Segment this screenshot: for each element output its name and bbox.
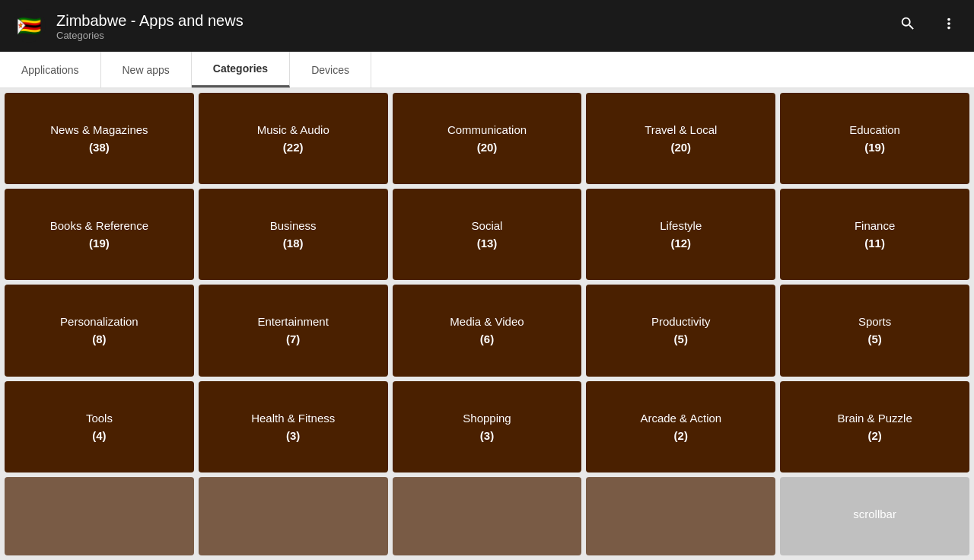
tab-devices[interactable]: Devices — [290, 52, 371, 88]
category-name: Sports — [858, 315, 891, 328]
category-count: (2) — [674, 429, 688, 442]
category-count: (20) — [477, 141, 498, 154]
nav-tabs: Applications New apps Categories Devices — [0, 52, 974, 88]
category-count: (22) — [283, 141, 304, 154]
category-name: Social — [472, 219, 503, 232]
category-count: (6) — [480, 332, 494, 345]
logo-icon: 🇿🇼 — [12, 9, 46, 43]
category-card[interactable]: Education(19) — [780, 93, 969, 184]
category-count: (38) — [89, 141, 110, 154]
categories-grid: News & Magazines(38)Music & Audio(22)Com… — [0, 88, 974, 560]
category-count: (11) — [864, 237, 885, 250]
app-title: Zimbabwe - Apps and news — [56, 11, 244, 30]
category-count: (8) — [92, 332, 106, 345]
tab-new-apps[interactable]: New apps — [101, 52, 192, 88]
category-card[interactable]: Books & Reference(19) — [5, 189, 194, 280]
header-left: 🇿🇼 Zimbabwe - Apps and news Categories — [12, 9, 244, 43]
category-name: Personalization — [60, 315, 138, 328]
category-card[interactable]: Lifestyle(12) — [586, 189, 775, 280]
app-subtitle: Categories — [56, 30, 244, 41]
category-name: Shopping — [463, 412, 511, 425]
category-count: (7) — [286, 332, 300, 345]
category-card[interactable]: Communication(20) — [393, 93, 582, 184]
category-card[interactable]: Music & Audio(22) — [199, 93, 388, 184]
category-name: Brain & Puzzle — [837, 412, 912, 425]
category-card[interactable] — [5, 477, 194, 555]
search-icon[interactable] — [895, 11, 921, 41]
category-card[interactable]: Personalization(8) — [5, 285, 194, 376]
category-count: (18) — [283, 237, 304, 250]
category-card[interactable]: Brain & Puzzle(2) — [780, 381, 969, 473]
tab-applications[interactable]: Applications — [0, 52, 101, 88]
more-options-icon[interactable] — [936, 11, 962, 41]
category-count: (13) — [477, 237, 498, 250]
category-name: Productivity — [651, 315, 711, 328]
category-card[interactable]: News & Magazines(38) — [5, 93, 194, 184]
category-count: (3) — [480, 429, 494, 442]
category-name: Lifestyle — [660, 219, 702, 232]
category-name: Travel & Local — [645, 123, 717, 136]
category-card[interactable]: Arcade & Action(2) — [586, 381, 775, 473]
category-card[interactable]: Health & Fitness(3) — [199, 381, 388, 473]
category-count: (5) — [674, 332, 688, 345]
category-card[interactable]: Tools(4) — [5, 381, 194, 473]
category-card[interactable]: Social(13) — [393, 189, 582, 280]
category-name: Entertainment — [258, 315, 329, 328]
category-card[interactable]: Sports(5) — [780, 285, 969, 376]
category-card[interactable]: scrollbar — [780, 477, 969, 555]
category-card[interactable] — [199, 477, 388, 555]
category-count: (19) — [89, 237, 110, 250]
category-name: Arcade & Action — [640, 412, 721, 425]
category-name: Finance — [855, 219, 895, 232]
category-count: (2) — [867, 429, 881, 442]
category-card[interactable]: Business(18) — [199, 189, 388, 280]
category-name: Books & Reference — [50, 219, 148, 232]
category-name: Media & Video — [450, 315, 524, 328]
category-name: scrollbar — [853, 508, 896, 520]
category-name: Business — [270, 219, 317, 232]
category-count: (3) — [286, 429, 300, 442]
category-name: Tools — [86, 412, 113, 425]
category-card[interactable]: Finance(11) — [780, 189, 969, 280]
category-card[interactable]: Shopping(3) — [393, 381, 582, 473]
category-card[interactable]: Travel & Local(20) — [586, 93, 775, 184]
flag-icon: 🇿🇼 — [17, 14, 41, 38]
app-header: 🇿🇼 Zimbabwe - Apps and news Categories — [0, 0, 974, 52]
category-card[interactable]: Productivity(5) — [586, 285, 775, 376]
category-name: Health & Fitness — [251, 412, 335, 425]
tab-categories[interactable]: Categories — [192, 52, 290, 88]
category-count: (19) — [864, 141, 885, 154]
category-count: (5) — [867, 332, 881, 345]
category-card[interactable] — [586, 477, 775, 555]
category-card[interactable]: Media & Video(6) — [393, 285, 582, 376]
header-actions — [895, 11, 962, 41]
header-title-block: Zimbabwe - Apps and news Categories — [56, 11, 244, 41]
category-card[interactable]: Entertainment(7) — [199, 285, 388, 376]
category-name: Communication — [447, 123, 527, 136]
category-name: News & Magazines — [50, 123, 148, 136]
category-count: (12) — [670, 237, 691, 250]
category-name: Education — [849, 123, 900, 136]
category-name: Music & Audio — [257, 123, 329, 136]
category-card[interactable] — [393, 477, 582, 555]
category-count: (4) — [92, 429, 106, 442]
category-count: (20) — [670, 141, 691, 154]
